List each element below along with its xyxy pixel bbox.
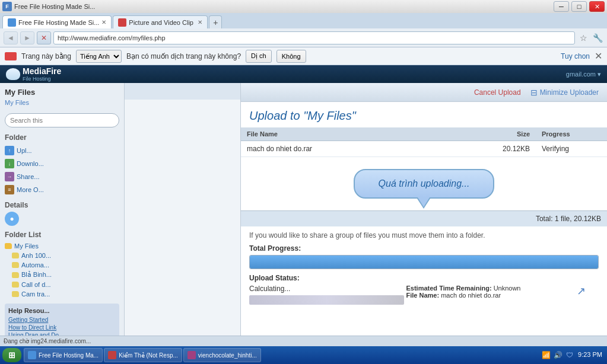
tab-close-button[interactable]: ✕ bbox=[101, 19, 106, 25]
forward-button[interactable]: ► bbox=[20, 31, 34, 44]
taskbar-browser2-icon bbox=[108, 351, 116, 359]
taskbar-mediafire-label: Free File Hosting Ma... bbox=[39, 352, 98, 359]
file-table-header-row: File Name Size Progress bbox=[241, 127, 607, 141]
share-label: Share... bbox=[17, 173, 40, 180]
upload-status-grid: Calculating... Estimated Time Remaining:… bbox=[249, 285, 599, 305]
language-select[interactable]: Tiếng Anh bbox=[76, 50, 122, 63]
upload-label: Upl... bbox=[17, 147, 32, 154]
translate-prefix: Trang này bằng bbox=[21, 52, 71, 60]
download-action[interactable]: ↓ Downlo... bbox=[5, 157, 119, 170]
help-title: Help Resou... bbox=[8, 307, 116, 314]
wrench-icon[interactable]: 🔧 bbox=[592, 32, 603, 44]
taskbar-item-browser2[interactable]: Kiểm Thẻ (Not Resp... bbox=[104, 348, 182, 362]
details-section-header: Details bbox=[5, 201, 119, 209]
folder-myfiles-label: My Files bbox=[14, 242, 39, 250]
speech-bubble: Quá trình uploading... bbox=[354, 169, 495, 199]
upload-dialog-header: Cancel Upload ⊟ Minimize Uploader bbox=[241, 83, 607, 102]
taskbar-tray: Free File Hosting Ma... Kiểm Thẻ (Not Re… bbox=[24, 348, 261, 362]
minimize-uploader-link[interactable]: ⊟ Minimize Uploader bbox=[530, 88, 599, 97]
more-action[interactable]: ≡ More O... bbox=[5, 183, 119, 196]
translate-bar: Trang này bằng Tiếng Anh Bạn có muốn dịc… bbox=[0, 47, 607, 65]
tray-security-icon: 🛡 bbox=[565, 350, 574, 360]
file-table: File Name Size Progress mach do nhiet do… bbox=[241, 127, 607, 157]
translate-close-button[interactable]: ✕ bbox=[595, 50, 602, 62]
tab-picture[interactable]: Picture and Video Clip ✕ bbox=[113, 15, 208, 28]
minimize-window-button[interactable]: ─ bbox=[554, 1, 569, 12]
folder-item-anh[interactable]: Anh 100... bbox=[5, 251, 119, 260]
folder-item-automa[interactable]: Automa... bbox=[5, 260, 119, 270]
folder-automa-icon bbox=[12, 262, 19, 268]
total-files-text: Total: 1 file, 20.12KB bbox=[536, 215, 601, 223]
mediafire-logo-sub: File Hosting bbox=[23, 76, 61, 82]
detail-icon: ● bbox=[5, 212, 19, 226]
folder-list-header: Folder List bbox=[5, 231, 119, 239]
mediafire-logo-text: MediaFire bbox=[23, 66, 61, 76]
taskbar-item-mediafire[interactable]: Free File Hosting Ma... bbox=[24, 348, 103, 362]
folder-blabinh-label: Blả Binh... bbox=[21, 271, 52, 279]
help-link-direct-link[interactable]: How to Direct Link bbox=[8, 324, 116, 331]
new-tab-button[interactable]: + bbox=[209, 15, 222, 28]
loading-cursor-icon: ↗ bbox=[577, 285, 586, 298]
translate-question: Bạn có muốn dịch trang này không? bbox=[126, 52, 241, 60]
progress-percentage: 100% bbox=[575, 243, 595, 257]
browser-chrome: F Free File Hosting Made Si... ─ □ ✕ Fre… bbox=[0, 0, 607, 65]
reload-button[interactable]: ✕ bbox=[37, 31, 51, 44]
folder-callofd-icon bbox=[12, 282, 19, 288]
folder-item-blabinh[interactable]: Blả Binh... bbox=[5, 270, 119, 280]
folder-item-callofd[interactable]: Call of d... bbox=[5, 280, 119, 289]
taskbar-browser2-label: Kiểm Thẻ (Not Resp... bbox=[119, 352, 178, 359]
filename-value: mach do nhiet do.rar bbox=[441, 292, 501, 299]
flag-icon bbox=[5, 52, 17, 60]
upload-status-area: If you would like to share a group of fi… bbox=[241, 226, 607, 309]
search-input[interactable] bbox=[5, 113, 119, 127]
close-window-button[interactable]: ✕ bbox=[589, 1, 605, 12]
address-bar: ◄ ► ✕ ☆ 🔧 bbox=[0, 28, 607, 47]
folder-anh-label: Anh 100... bbox=[21, 252, 51, 259]
content-area: My Files My Files Folder ↑ Upl... ↓ Down… bbox=[0, 83, 607, 336]
tab-close-button2[interactable]: ✕ bbox=[198, 19, 202, 25]
star-icon[interactable]: ☆ bbox=[577, 32, 589, 44]
translate-no-button[interactable]: Không bbox=[277, 50, 306, 63]
taskbar-browser3-label: vienchocolate_hinhti... bbox=[198, 352, 257, 359]
download-icon: ↓ bbox=[5, 159, 14, 168]
estimated-value: Unknown bbox=[494, 285, 521, 292]
start-button[interactable]: ⊞ bbox=[2, 348, 21, 362]
tray-volume-icon: 🔊 bbox=[553, 350, 562, 360]
estimated-label: Estimated Time Remaining: bbox=[406, 285, 492, 292]
calculating-area: Calculating... bbox=[249, 285, 404, 305]
progress-bar-container bbox=[249, 255, 599, 269]
translate-yes-button[interactable]: Dị ch bbox=[246, 50, 272, 63]
back-button[interactable]: ◄ bbox=[4, 31, 18, 44]
maximize-window-button[interactable]: □ bbox=[571, 1, 587, 12]
download-label: Downlo... bbox=[17, 160, 44, 167]
col-progress: Progress bbox=[536, 127, 607, 141]
folder-myfiles-icon bbox=[5, 243, 12, 249]
folder-automa-label: Automa... bbox=[21, 261, 49, 269]
share-action[interactable]: → Share... bbox=[5, 170, 119, 183]
title-bar: F Free File Hosting Made Si... ─ □ ✕ bbox=[0, 0, 607, 13]
translate-options[interactable]: Tuy chon bbox=[561, 52, 590, 60]
my-files-link[interactable]: My Files bbox=[5, 99, 119, 106]
mediafire-logo: MediaFire File Hosting bbox=[6, 66, 61, 82]
tray-network-icon: 📶 bbox=[541, 350, 551, 360]
folder-camtra-label: Cam tra... bbox=[21, 290, 50, 298]
speech-bubble-area: Quá trình uploading... bbox=[241, 157, 607, 210]
time-text: 9:23 PM bbox=[578, 351, 602, 358]
tab-label-picture: Picture and Video Clip bbox=[129, 19, 193, 26]
upload-action[interactable]: ↑ Upl... bbox=[5, 144, 119, 157]
help-link-getting-started[interactable]: Getting Started bbox=[8, 317, 116, 323]
taskbar-item-browser3[interactable]: vienchocolate_hinhti... bbox=[183, 348, 261, 362]
upload-icon: ↑ bbox=[5, 146, 14, 155]
folder-item-myfiles[interactable]: My Files bbox=[5, 241, 119, 251]
my-files-title: My Files bbox=[5, 88, 119, 97]
cancel-upload-link[interactable]: Cancel Upload bbox=[474, 88, 521, 97]
more-icon: ≡ bbox=[5, 185, 14, 194]
filename-label: File Name: bbox=[406, 292, 440, 299]
file-name-cell: mach do nhiet do.rar bbox=[241, 141, 476, 157]
tab-mediafire[interactable]: Free File Hosting Made Si... ✕ bbox=[2, 15, 112, 28]
folder-item-camtra[interactable]: Cam tra... bbox=[5, 289, 119, 299]
windows-logo-icon: ⊞ bbox=[8, 350, 15, 360]
title-bar-icon: F bbox=[2, 2, 12, 11]
address-input[interactable] bbox=[53, 31, 575, 44]
user-email[interactable]: gmail.com ▾ bbox=[566, 71, 601, 78]
